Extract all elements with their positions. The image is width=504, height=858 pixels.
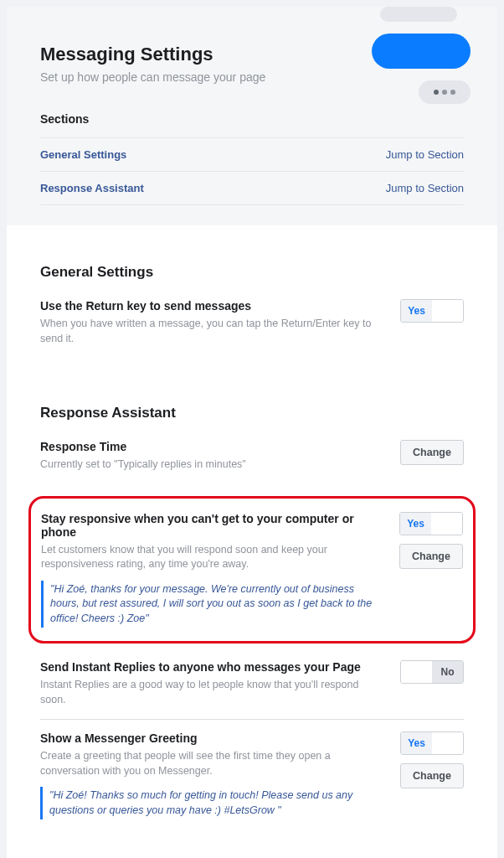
- toggle-yes[interactable]: Yes: [401, 300, 432, 322]
- stay-responsive-quote: "Hi Zoé, thanks for your message. We're …: [41, 581, 386, 628]
- stay-responsive-title: Stay responsive when you can't get to yo…: [41, 512, 386, 539]
- header-card: Messaging Settings Set up how people can…: [7, 7, 497, 225]
- greeting-change-button[interactable]: Change: [400, 763, 464, 788]
- toggle-yes[interactable]: Yes: [401, 732, 432, 754]
- general-heading: General Settings: [40, 264, 464, 281]
- toggle-no[interactable]: [432, 732, 463, 754]
- setting-stay-responsive: Stay responsive when you can't get to yo…: [41, 512, 463, 628]
- typing-indicator-icon: [419, 80, 471, 104]
- jump-link-assistant[interactable]: Jump to Section: [386, 182, 464, 194]
- instant-replies-title: Send Instant Replies to anyone who messa…: [40, 660, 387, 674]
- greeting-toggle[interactable]: Yes: [400, 731, 464, 755]
- response-time-change-button[interactable]: Change: [400, 440, 464, 465]
- highlight-stay-responsive: Stay responsive when you can't get to yo…: [28, 496, 476, 644]
- greeting-desc: Create a greeting that people will see t…: [40, 749, 387, 778]
- jump-link-general[interactable]: Jump to Section: [386, 148, 464, 161]
- toggle-no[interactable]: No: [432, 661, 463, 683]
- greeting-quote: "Hi Zoé! Thanks so much for getting in t…: [40, 787, 387, 819]
- bubble-gray: [380, 7, 457, 22]
- response-time-title: Response Time: [40, 440, 387, 453]
- setting-return-key: Use the Return key to send messages When…: [40, 299, 464, 358]
- stay-responsive-change-button[interactable]: Change: [399, 544, 463, 569]
- greeting-title: Show a Messenger Greeting: [40, 731, 387, 745]
- toggle-no[interactable]: [431, 513, 462, 535]
- assistant-heading: Response Assistant: [40, 405, 464, 421]
- section-link-assistant[interactable]: Response Assistant: [40, 182, 144, 194]
- instant-replies-toggle[interactable]: No: [400, 660, 464, 684]
- toggle-no[interactable]: [432, 300, 463, 322]
- sections-heading: Sections: [40, 112, 464, 126]
- decorative-bubbles: [372, 7, 471, 104]
- setting-greeting: Show a Messenger Greeting Create a greet…: [40, 731, 464, 831]
- setting-response-time: Response Time Currently set to "Typicall…: [40, 440, 464, 484]
- response-time-desc: Currently set to "Typically replies in m…: [40, 457, 387, 473]
- return-key-title: Use the Return key to send messages: [40, 299, 387, 313]
- section-link-row: General Settings Jump to Section: [40, 137, 464, 171]
- section-link-row: Response Assistant Jump to Section: [40, 171, 464, 205]
- instant-replies-desc: Instant Replies are a good way to let pe…: [40, 678, 387, 707]
- section-link-general[interactable]: General Settings: [40, 148, 126, 161]
- stay-responsive-toggle[interactable]: Yes: [399, 512, 463, 535]
- bubble-blue: [372, 34, 471, 69]
- return-key-desc: When you have written a message, you can…: [40, 317, 387, 346]
- setting-instant-replies: Send Instant Replies to anyone who messa…: [40, 660, 464, 720]
- toggle-yes[interactable]: Yes: [400, 513, 431, 535]
- toggle-yes[interactable]: [401, 661, 432, 683]
- stay-responsive-desc: Let customers know that you will respond…: [41, 543, 386, 572]
- return-key-toggle[interactable]: Yes: [400, 299, 464, 323]
- body-card: General Settings Use the Return key to s…: [7, 225, 497, 858]
